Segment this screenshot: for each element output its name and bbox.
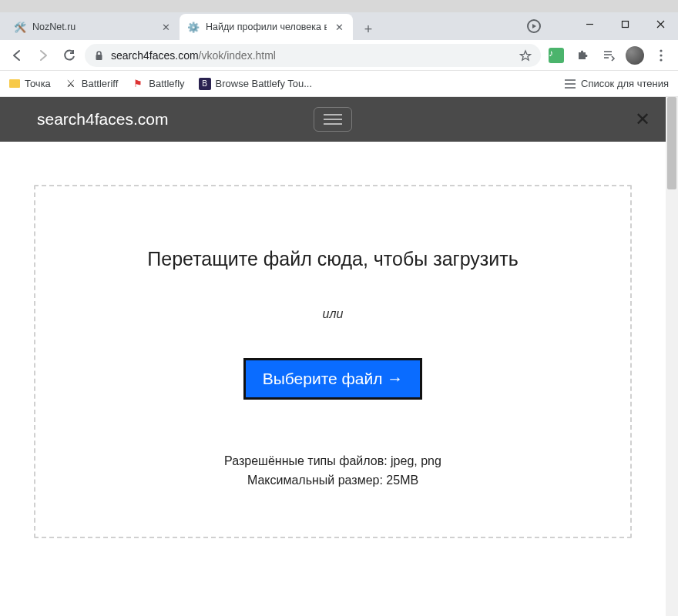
svg-rect-4 (96, 55, 102, 60)
overlay-close-button[interactable]: ✕ (635, 109, 650, 130)
reading-list-icon[interactable] (598, 45, 619, 66)
site-header: search4faces.com ✕ (0, 97, 666, 142)
svg-point-8 (660, 49, 662, 52)
window-minimize-button[interactable] (572, 12, 607, 35)
svg-point-10 (660, 59, 662, 61)
max-size: Максимальный размер: 25MB (59, 471, 607, 490)
dropzone-or: или (59, 307, 607, 321)
bookmark-battleriff[interactable]: ⚔ Battleriff (65, 78, 118, 90)
folder-icon (9, 79, 20, 88)
window-close-button[interactable] (643, 12, 678, 35)
maximize-icon (621, 20, 629, 28)
bookmark-label: Точка (25, 78, 51, 89)
extensions-button[interactable] (572, 45, 593, 66)
choose-file-button[interactable]: Выберите файл → (243, 358, 423, 400)
site-icon: ⚔ (65, 78, 77, 90)
tab-search4faces[interactable]: ⚙️ Найди профили человека в соц ✕ (180, 14, 353, 40)
arrow-left-icon (10, 49, 24, 62)
media-indicator-icon[interactable] (527, 19, 541, 33)
vertical-scrollbar[interactable] (666, 97, 678, 616)
bookmark-star-icon[interactable] (519, 49, 532, 62)
reading-list-label: Список для чтения (581, 78, 669, 89)
window-maximize-button[interactable] (607, 12, 643, 35)
allowed-types: Разрешённые типы файлов: jpeg, png (59, 452, 607, 471)
lock-icon (94, 50, 105, 61)
reload-button[interactable] (59, 45, 80, 66)
tab-title: NozNet.ru (32, 22, 153, 32)
svg-point-9 (660, 54, 662, 56)
tab-noznet[interactable]: 🛠️ NozNet.ru ✕ (6, 14, 180, 40)
bookmarks-bar: Точка ⚔ Battleriff ⚑ Battlefly B Browse … (0, 71, 678, 97)
site-icon: ⚑ (132, 78, 144, 90)
upload-section: Перетащите файл сюда, чтобы загрузить ил… (0, 142, 666, 546)
scrollbar-thumb[interactable] (667, 97, 676, 189)
dropzone-title: Перетащите файл сюда, чтобы загрузить (59, 248, 607, 270)
site-icon: B (199, 78, 211, 90)
profile-avatar[interactable] (624, 45, 646, 66)
close-icon[interactable]: ✕ (333, 21, 345, 33)
page-content: search4faces.com ✕ Перетащите файл сюда,… (0, 97, 666, 616)
list-icon (564, 78, 576, 90)
bookmark-label: Battlefly (149, 78, 184, 89)
new-tab-button[interactable]: + (357, 18, 379, 40)
file-dropzone[interactable]: Перетащите файл сюда, чтобы загрузить ил… (34, 185, 632, 538)
hamburger-icon (324, 114, 342, 116)
tools-icon: 🛠️ (14, 21, 26, 33)
kebab-icon (660, 49, 663, 62)
back-button[interactable] (6, 45, 28, 66)
dropzone-info: Разрешённые типы файлов: jpeg, png Макси… (59, 452, 607, 490)
forward-button[interactable] (32, 45, 54, 66)
svg-rect-1 (622, 21, 628, 27)
minimize-icon (586, 20, 594, 28)
browser-toolbar: search4faces.com/vkok/index.html ♪ (0, 40, 678, 71)
bookmark-label: Browse Battlefy Tou... (216, 78, 313, 89)
close-icon (656, 20, 665, 28)
address-bar[interactable]: search4faces.com/vkok/index.html (85, 44, 541, 67)
tab-title: Найди профили человека в соц (206, 22, 327, 32)
puzzle-icon (576, 49, 589, 62)
bookmark-battlefy[interactable]: B Browse Battlefy Tou... (199, 78, 313, 90)
bookmark-battlefly[interactable]: ⚑ Battlefly (132, 78, 184, 90)
close-icon[interactable]: ✕ (159, 21, 172, 33)
site-brand[interactable]: search4faces.com (37, 110, 168, 129)
url-host: search4faces.com/vkok/index.html (111, 49, 276, 62)
reload-icon (62, 49, 76, 62)
menu-toggle-button[interactable] (314, 107, 352, 132)
bookmark-label: Battleriff (82, 78, 118, 89)
browser-menu-button[interactable] (650, 45, 672, 66)
bookmark-tochka[interactable]: Точка (9, 78, 51, 89)
viewport: search4faces.com ✕ Перетащите файл сюда,… (0, 97, 678, 616)
arrow-right-icon (36, 49, 50, 62)
tab-strip: 🛠️ NozNet.ru ✕ ⚙️ Найди профили человека… (0, 12, 678, 40)
reading-list-button[interactable]: Список для чтения (564, 78, 669, 90)
window-titlebar (0, 0, 678, 12)
extension-music-icon[interactable]: ♪ (545, 45, 567, 66)
gear-icon: ⚙️ (187, 21, 200, 33)
